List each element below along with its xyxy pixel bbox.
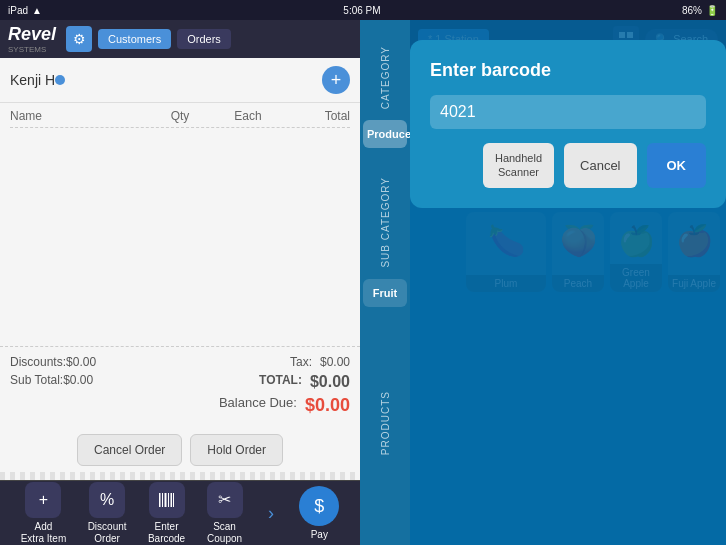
discount-label: DiscountOrder	[88, 521, 127, 545]
dialog-title: Enter barcode	[430, 60, 706, 81]
products-label: PRODUCTS	[380, 391, 391, 455]
svg-rect-4	[170, 493, 172, 507]
header-name: Name	[10, 109, 146, 123]
category-section: CATEGORY Produce	[360, 20, 410, 177]
toolbar-barcode[interactable]: EnterBarcode	[148, 482, 185, 545]
svg-rect-1	[162, 493, 163, 507]
add-extra-icon: +	[25, 482, 61, 518]
barcode-dialog: Enter barcode HandheldScanner Cancel OK	[410, 40, 726, 208]
hold-order-button[interactable]: Hold Order	[190, 434, 283, 466]
subtotal-row: Sub Total: $0.00 TOTAL: $0.00	[10, 373, 350, 391]
top-nav: Revel SYSTEMS ⚙ Customers Orders	[0, 20, 360, 58]
toolbar-discount[interactable]: % DiscountOrder	[88, 482, 127, 545]
customer-area: Kenji H +	[0, 58, 360, 103]
subtotal-label: Sub Total:	[10, 373, 63, 391]
totals-section: Discounts: $0.00 Tax: $0.00 Sub Total: $…	[0, 346, 360, 428]
pay-label: Pay	[311, 529, 328, 540]
category-sidebar: CATEGORY Produce SUB CATEGORY Fruit PROD…	[360, 20, 410, 545]
discount-icon: %	[89, 482, 125, 518]
sub-category-label: SUB CATEGORY	[380, 177, 391, 268]
category-label: CATEGORY	[380, 46, 391, 109]
cancel-dialog-button[interactable]: Cancel	[564, 143, 636, 188]
barcode-icon	[149, 482, 185, 518]
coupon-icon: ✂	[207, 482, 243, 518]
svg-rect-5	[173, 493, 174, 507]
balance-due-value: $0.00	[305, 395, 350, 416]
battery-label: 86%	[682, 5, 702, 16]
toolbar-coupon[interactable]: ✂ ScanCoupon	[207, 482, 243, 545]
wifi-icon: ▲	[32, 5, 42, 16]
svg-rect-0	[159, 493, 161, 507]
gear-button[interactable]: ⚙	[66, 26, 92, 52]
ok-button[interactable]: OK	[647, 143, 707, 188]
pay-icon: $	[299, 486, 339, 526]
header-each: Each	[214, 109, 282, 123]
subtotal-value: $0.00	[63, 373, 93, 391]
app-container: Revel SYSTEMS ⚙ Customers Orders Kenji H…	[0, 20, 726, 545]
revel-logo: Revel SYSTEMS	[8, 24, 60, 54]
header-total: Total	[282, 109, 350, 123]
balance-due-label: Balance Due:	[219, 395, 297, 416]
customer-name: Kenji H	[10, 72, 55, 88]
barcode-dialog-overlay: Enter barcode HandheldScanner Cancel OK	[410, 20, 726, 545]
carrier-label: iPad	[8, 5, 28, 16]
handheld-scanner-button[interactable]: HandheldScanner	[483, 143, 554, 188]
status-bar: iPad ▲ 5:06 PM 86% 🔋	[0, 0, 726, 20]
action-buttons: Cancel Order Hold Order	[0, 428, 360, 472]
discounts-row: Discounts: $0.00 Tax: $0.00	[10, 355, 350, 369]
add-extra-label: AddExtra Item	[21, 521, 67, 545]
barcode-input[interactable]	[430, 95, 706, 129]
produce-category[interactable]: Produce	[363, 120, 407, 148]
toolbar-add-extra[interactable]: + AddExtra Item	[21, 482, 67, 545]
header-qty: Qty	[146, 109, 214, 123]
right-panel: * 1 Station 🔍 Search CATEGORY	[360, 20, 726, 545]
coupon-label: ScanCoupon	[207, 521, 242, 545]
customer-indicator	[55, 75, 65, 85]
wavy-separator	[0, 472, 360, 480]
toolbar-pay[interactable]: $ Pay	[299, 486, 339, 540]
order-table: Name Qty Each Total	[0, 103, 360, 346]
orders-button[interactable]: Orders	[177, 29, 231, 49]
customers-button[interactable]: Customers	[98, 29, 171, 49]
sub-category-section: SUB CATEGORY Fruit	[360, 177, 410, 310]
balance-due-row: Balance Due: $0.00	[10, 395, 350, 416]
battery-icon: 🔋	[706, 5, 718, 16]
tax-value: $0.00	[320, 355, 350, 369]
fruit-category[interactable]: Fruit	[363, 279, 407, 307]
time-label: 5:06 PM	[343, 5, 380, 16]
products-section: PRODUCTS	[360, 310, 410, 545]
arrow-icon: ›	[268, 503, 274, 524]
bottom-toolbar: + AddExtra Item % DiscountOrder	[0, 480, 360, 545]
add-button[interactable]: +	[322, 66, 350, 94]
svg-rect-3	[168, 493, 169, 507]
cancel-order-button[interactable]: Cancel Order	[77, 434, 182, 466]
left-panel: Revel SYSTEMS ⚙ Customers Orders Kenji H…	[0, 20, 360, 545]
total-label: TOTAL:	[259, 373, 302, 391]
tax-label: Tax:	[290, 355, 312, 369]
total-value: $0.00	[310, 373, 350, 391]
dialog-buttons: HandheldScanner Cancel OK	[430, 143, 706, 188]
order-header: Name Qty Each Total	[10, 109, 350, 128]
discounts-value: $0.00	[66, 355, 96, 369]
svg-rect-2	[164, 493, 166, 507]
discounts-label: Discounts:	[10, 355, 66, 369]
barcode-label: EnterBarcode	[148, 521, 185, 545]
